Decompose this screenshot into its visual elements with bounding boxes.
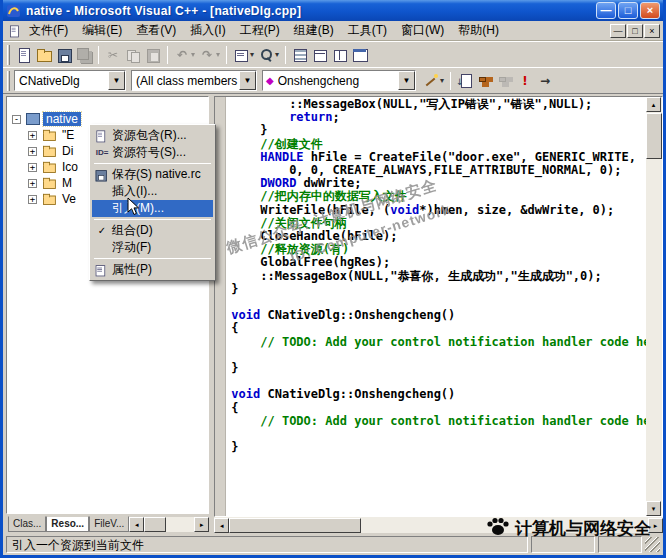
folder-icon bbox=[42, 160, 56, 174]
menu-item[interactable]: 帮助(H) bbox=[451, 21, 506, 40]
members-combo-dropdown[interactable]: ▼ bbox=[239, 71, 256, 90]
close-button[interactable]: × bbox=[640, 2, 660, 19]
new-file-icon bbox=[16, 47, 32, 63]
workspace-icon bbox=[292, 47, 308, 63]
scroll-left-icon[interactable]: ◂ bbox=[129, 517, 144, 532]
vertical-scrollbar: ▴ ▾ bbox=[646, 97, 662, 516]
go-icon: → bbox=[537, 73, 553, 89]
context-menu-item[interactable]: 插入(I)... bbox=[92, 183, 213, 200]
expand-icon[interactable]: + bbox=[28, 179, 37, 188]
toolbar-grip[interactable] bbox=[7, 71, 10, 91]
menu-item-label: 组合(D) bbox=[112, 222, 153, 239]
dropdown-caret-icon: ▾ bbox=[250, 50, 254, 59]
context-menu-item[interactable]: 资源包含(R)... bbox=[92, 127, 213, 144]
scrollbar-thumb[interactable] bbox=[144, 517, 166, 532]
tree-item-label: "E bbox=[59, 128, 77, 142]
code-line: void CNativeDlg::Onshengcheng() bbox=[231, 388, 646, 401]
fullscreen-icon[interactable] bbox=[350, 44, 370, 66]
expand-icon[interactable]: + bbox=[28, 163, 37, 172]
class-combo-dropdown[interactable]: ▼ bbox=[108, 71, 125, 90]
window-list-icon bbox=[233, 47, 249, 63]
workspace-tab-strip: Clas...Reso...FileV... bbox=[8, 516, 129, 532]
tree-item-label: M bbox=[59, 176, 75, 190]
mdi-restore-button[interactable]: □ bbox=[627, 24, 643, 38]
dropdown-caret-icon: ▾ bbox=[191, 50, 195, 59]
save-icon[interactable] bbox=[54, 44, 74, 66]
minimize-button[interactable]: — bbox=[596, 2, 616, 19]
tree-root-label: native bbox=[43, 112, 81, 126]
class-combo[interactable]: CNativeDlg ▼ bbox=[14, 70, 126, 91]
scrollbar-thumb[interactable] bbox=[229, 518, 361, 533]
tab-reso[interactable]: Reso... bbox=[46, 516, 89, 532]
scroll-right-icon[interactable]: ▸ bbox=[194, 517, 209, 532]
checkmark-icon: ✓ bbox=[92, 222, 112, 239]
wizard-action-icon[interactable]: ▾ bbox=[421, 70, 446, 92]
menu-item[interactable]: 组建(B) bbox=[287, 21, 341, 40]
menu-items: 文件(F)编辑(E)查看(V)插入(I)工程(P)组建(B)工具(T)窗口(W)… bbox=[22, 21, 506, 40]
function-combo[interactable]: ◆ Onshengcheng ▼ bbox=[262, 70, 416, 91]
build-icon[interactable] bbox=[475, 70, 495, 92]
context-menu-item[interactable]: 保存(S) native.rc bbox=[92, 166, 213, 183]
new-file-icon[interactable] bbox=[14, 44, 34, 66]
context-menu-item[interactable]: 属性(P) bbox=[92, 261, 213, 278]
expand-icon[interactable]: + bbox=[28, 131, 37, 140]
tab-clas[interactable]: Clas... bbox=[8, 516, 46, 532]
scroll-up-icon[interactable]: ▴ bbox=[646, 97, 661, 112]
code-line: void CNativeDlg::Onshengcheng() bbox=[231, 309, 646, 322]
expand-icon[interactable]: + bbox=[28, 147, 37, 156]
mdi-minimize-button[interactable]: — bbox=[610, 24, 626, 38]
scroll-left-icon[interactable]: ◂ bbox=[214, 518, 229, 533]
scrollbar-thumb[interactable] bbox=[646, 113, 662, 159]
window-split-icon[interactable] bbox=[330, 44, 350, 66]
mdi-close-button[interactable]: × bbox=[644, 24, 660, 38]
undo-icon: ↶ bbox=[174, 47, 190, 63]
scrollbar-track[interactable] bbox=[646, 159, 662, 501]
menu-item[interactable]: 文件(F) bbox=[22, 21, 75, 40]
open-file-icon[interactable] bbox=[34, 44, 54, 66]
code-line: } bbox=[231, 362, 646, 375]
function-combo-dropdown[interactable]: ▼ bbox=[398, 71, 415, 90]
execute-program-icon[interactable]: ! bbox=[515, 70, 535, 92]
toolbar-grip[interactable] bbox=[7, 45, 10, 65]
compile-icon[interactable] bbox=[455, 70, 475, 92]
code-area[interactable]: ::MessageBox(NULL,"写入IP错误","错误",NULL); r… bbox=[226, 97, 646, 516]
menu-item[interactable]: 工程(P) bbox=[233, 21, 287, 40]
context-menu-item[interactable]: ✓组合(D) bbox=[92, 222, 213, 239]
scroll-down-icon[interactable]: ▾ bbox=[646, 501, 661, 516]
cut-icon: ✂ bbox=[105, 47, 121, 63]
go-icon[interactable]: → bbox=[535, 70, 555, 92]
scrollbar-track[interactable] bbox=[166, 517, 194, 532]
code-line: // TODO: Add your control notification h… bbox=[231, 336, 646, 349]
toolbar-separator bbox=[167, 46, 168, 64]
editor-margin[interactable] bbox=[215, 97, 226, 516]
menu-item[interactable]: 查看(V) bbox=[129, 21, 183, 40]
resource-root-icon bbox=[26, 113, 40, 125]
find-icon[interactable]: ▾ bbox=[256, 44, 281, 66]
collapse-icon[interactable]: - bbox=[12, 115, 21, 124]
undo-icon: ↶▾ bbox=[172, 44, 197, 66]
save-icon bbox=[56, 47, 72, 63]
menu-item-label: 属性(P) bbox=[112, 261, 152, 278]
menu-bar: 文件(F)编辑(E)查看(V)插入(I)工程(P)组建(B)工具(T)窗口(W)… bbox=[3, 21, 663, 41]
menu-item[interactable]: 工具(T) bbox=[341, 21, 394, 40]
member-function-icon: ◆ bbox=[266, 75, 274, 86]
maximize-button[interactable]: □ bbox=[618, 2, 638, 19]
output-icon[interactable] bbox=[310, 44, 330, 66]
workspace-icon[interactable] bbox=[290, 44, 310, 66]
context-menu-item[interactable]: ID=资源符号(S)... bbox=[92, 144, 213, 161]
properties-icon bbox=[94, 263, 110, 276]
menu-item-label: 资源符号(S)... bbox=[112, 144, 186, 161]
menu-item[interactable]: 编辑(E) bbox=[75, 21, 129, 40]
members-combo[interactable]: (All class members ▼ bbox=[131, 70, 257, 91]
tabs-scrollbar: ◂ ▸ bbox=[129, 517, 209, 532]
standard-toolbar-buttons: ✂↶▾↷▾▾▾ bbox=[14, 44, 370, 66]
menu-item[interactable]: 插入(I) bbox=[183, 21, 232, 40]
window-list-icon[interactable]: ▾ bbox=[231, 44, 256, 66]
context-menu-item[interactable]: 引入(M)... bbox=[92, 200, 213, 217]
code-line: return; bbox=[231, 111, 646, 124]
menu-item[interactable]: 窗口(W) bbox=[394, 21, 451, 40]
tab-filev[interactable]: FileV... bbox=[89, 516, 129, 532]
expand-icon[interactable]: + bbox=[28, 195, 37, 204]
context-menu-item[interactable]: 浮动(F) bbox=[92, 239, 213, 256]
status-message: 引入一个资源到当前文件 bbox=[6, 536, 528, 553]
